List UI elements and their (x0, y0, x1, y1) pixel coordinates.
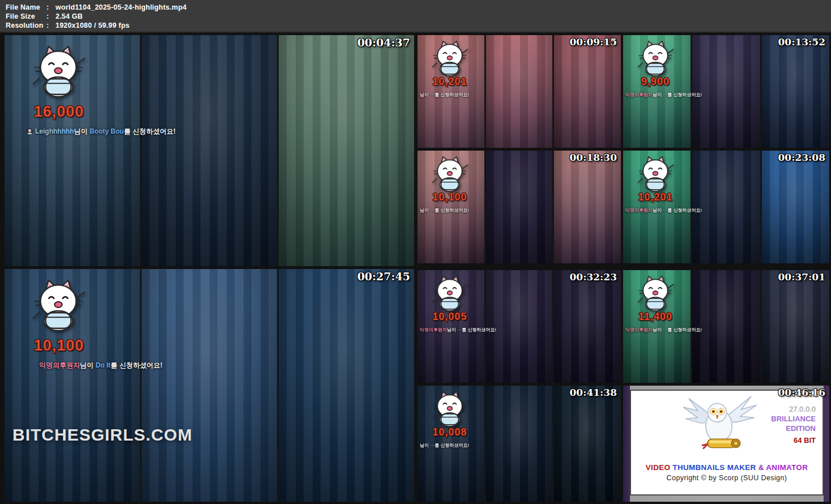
video-frame-panel (142, 269, 277, 502)
timestamp-label: 00:09:15 (569, 36, 617, 48)
video-thumbnail: 00:23:08 10,201익명의후원자님이 ···를 신청하셨어요! (623, 151, 829, 263)
version-number: 27.0.0.0 (789, 405, 816, 413)
video-thumbnail: 00:27:45 10,100익명의후원자님이 Do It를 신청하셨어요!BI… (5, 269, 414, 502)
caption-segment: 익명의후원자 (625, 92, 653, 97)
caption-segment: Leighhhhhh (35, 127, 74, 135)
caption-segment: 님이 (420, 92, 430, 97)
caption-segment: 익명의후원자 (625, 327, 653, 332)
caption-segment: 님이 (653, 92, 663, 97)
cat-mascot-icon (29, 278, 87, 334)
caption-segment: Booty Bou (90, 127, 124, 135)
caption-segment: 님이 (420, 443, 430, 448)
cat-mascot-icon (430, 155, 470, 193)
cat-mascot-icon (430, 275, 470, 313)
donation-caption: Leighhhhhh님이 Booty Bou를 신청하셨어요! (7, 126, 195, 137)
caption-segment: 를 신청하셨어요! (667, 327, 702, 332)
donation-caption: 님이 ···를 신청하셨어요! (420, 207, 578, 213)
resolution-row: Resolution : 1920x1080 / 59.99 fps (6, 21, 831, 30)
resolution-label: Resolution (6, 21, 46, 30)
caption-segment: 를 신청하셨어요! (434, 208, 469, 213)
timestamp-label: 00:32:23 (569, 271, 617, 283)
caption-segment: 를 신청하셨어요! (667, 92, 702, 97)
donation-amount: 10,008 (417, 426, 482, 438)
caption-segment: 를 신청하셨어요! (110, 361, 162, 369)
timestamp-label: 00:04:37 (357, 36, 410, 49)
video-thumbnail: 00:04:37 16,000Leighhhhhh님이 Booty Bou를 신… (5, 35, 414, 266)
cat-mascot-icon (430, 390, 470, 428)
owl-logo-icon (679, 392, 761, 458)
brand-animator: ANIMATOR (766, 463, 808, 472)
video-thumbnail: 00:37:01 11,400익명의후원자님이 ···를 신청하셨어요! (623, 270, 829, 383)
timestamp-label: 00:18:30 (569, 152, 617, 163)
caption-segment: 님이 (420, 208, 430, 213)
video-thumbnail: 00:18:30 10,100님이 ···를 신청하셨어요! (417, 151, 621, 263)
timestamp-label: 00:46:16 (778, 387, 825, 398)
maker-logo-cell: 00:46:16 27.0.0.0 BRILLIANCE EDITION 64 … (623, 386, 829, 502)
donation-caption: 익명의후원자님이 ···를 신청하셨어요! (625, 327, 784, 333)
brand-video: VIDEO (646, 463, 673, 472)
separator: : (46, 12, 56, 21)
video-frame-panel (279, 269, 414, 502)
donation-caption: 님이 ···를 신청하셨어요! (420, 92, 578, 98)
caption-segment: 익명의후원자 (625, 208, 653, 213)
caption-segment: 익명의후원자 (420, 327, 447, 332)
caption-segment: 님이 (447, 327, 457, 332)
edition-line1: BRILLIANCE (771, 415, 816, 423)
resolution-value: 1920x1080 / 59.99 fps (56, 21, 130, 30)
file-name-value: world1104_2025-05-24-highlights.mp4 (56, 3, 186, 12)
donation-amount: 16,000 (5, 103, 113, 121)
edition-line2: EDITION (786, 424, 816, 433)
version-block: 27.0.0.0 BRILLIANCE EDITION 64 BIT (771, 404, 816, 445)
donation-caption: 님이 ···를 신청하셨어요! (420, 442, 578, 449)
thumbnail-contact-sheet: { "header": { "rows": [ {"label": "File … (0, 0, 831, 504)
caption-segment: 익명의후원자 (39, 361, 80, 369)
donation-amount: 10,201 (623, 191, 688, 203)
cat-mascot-icon (636, 275, 675, 313)
timestamp-label: 00:23:08 (778, 152, 825, 163)
donation-amount: 10,100 (5, 337, 113, 354)
video-thumbnail: 00:09:15 10,201님이 ···를 신청하셨어요! (417, 35, 621, 148)
timestamp-label: 00:41:38 (569, 387, 617, 398)
caption-segment: 를 신청하셨어요! (434, 443, 469, 448)
caption-segment: Do It (96, 361, 111, 369)
file-size-label: File Size (6, 12, 46, 21)
donation-caption: 익명의후원자님이 ···를 신청하셨어요! (420, 327, 578, 333)
donation-amount: 9,900 (623, 76, 688, 88)
caption-segment: 를 신청하셨어요! (462, 327, 496, 332)
caption-segment: 님이 (74, 127, 90, 135)
timestamp-label: 00:27:45 (357, 270, 410, 283)
donation-amount: 10,005 (417, 311, 482, 323)
video-frame-panel (142, 35, 277, 266)
caption-segment: 님이 (653, 208, 663, 213)
donation-caption: 익명의후원자님이 ···를 신청하셨어요! (625, 92, 784, 98)
caption-segment: 를 신청하셨어요! (667, 208, 702, 213)
donation-caption: 익명의후원자님이 ···를 신청하셨어요! (625, 207, 784, 213)
bits-label: 64 BIT (771, 435, 816, 445)
donation-amount: 11,400 (623, 311, 688, 323)
user-icon (26, 128, 33, 135)
video-thumbnail: 00:41:38 10,008님이 ···를 신청하셨어요! (417, 386, 621, 502)
caption-segment: 를 신청하셨어요! (124, 127, 176, 135)
video-frame-panel (279, 35, 414, 266)
brand-ampersand: & (758, 463, 766, 472)
file-size-value: 2.54 GB (56, 12, 83, 21)
caption-segment: 님이 (653, 327, 663, 332)
caption-segment: 를 신청하셨어요! (434, 92, 469, 97)
video-thumbnail: 00:32:23 10,005익명의후원자님이 ···를 신청하셨어요! (417, 270, 621, 383)
cat-mascot-icon (430, 40, 470, 78)
copyright-line: Copyright © by Scorp (SUU Design) (631, 474, 823, 482)
maker-logo-panel: 27.0.0.0 BRILLIANCE EDITION 64 BIT VIDEO… (630, 390, 824, 496)
donation-amount: 10,100 (417, 191, 482, 203)
separator: : (46, 3, 56, 12)
donation-amount: 10,201 (417, 76, 482, 88)
file-size-row: File Size : 2.54 GB (6, 12, 831, 21)
brand-line: VIDEO THUMBNAILS MAKER & ANIMATOR (631, 463, 823, 472)
cat-mascot-icon (636, 40, 675, 78)
cat-mascot-icon (636, 155, 675, 193)
caption-segment: 님이 (80, 361, 95, 369)
file-name-label: File Name (6, 3, 46, 12)
timestamp-label: 00:13:52 (778, 36, 825, 48)
file-info-header: File Name : world1104_2025-05-24-highlig… (0, 0, 831, 33)
cat-mascot-icon (29, 44, 87, 100)
brand-thumbnails-maker: THUMBNAILS MAKER (672, 463, 758, 472)
